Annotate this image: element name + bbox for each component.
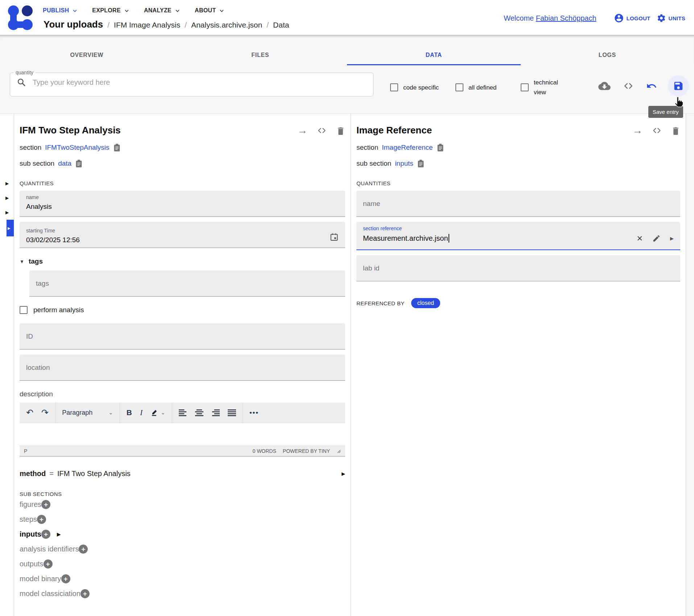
subsection-row-model-classiciation[interactable]: model classiciation + xyxy=(20,586,345,601)
subsection-row-steps[interactable]: steps + xyxy=(20,512,345,527)
nomad-logo[interactable] xyxy=(7,4,34,32)
align-center-icon[interactable] xyxy=(195,409,203,416)
name-field[interactable]: name Analysis xyxy=(20,191,345,217)
section-reference-value[interactable]: Measurement.archive.json xyxy=(363,234,448,243)
tags-input[interactable] xyxy=(36,280,339,288)
breadcrumb-entry-name[interactable]: Analysis.archive.json xyxy=(191,21,262,29)
app-header: PUBLISH EXPLORE ANALYZE ABOUT Your uploa… xyxy=(0,0,694,35)
menu-publish[interactable]: PUBLISH xyxy=(43,7,78,14)
editor-undo-icon[interactable]: ↶ xyxy=(26,408,33,417)
open-reference-icon[interactable]: ▶ xyxy=(670,236,674,241)
name-field[interactable] xyxy=(356,191,680,217)
lab-id-input[interactable] xyxy=(363,264,674,272)
powered-by-tiny[interactable]: POWERED BY TINY xyxy=(283,448,330,454)
subsection-definition-link[interactable]: inputs xyxy=(395,160,413,168)
delete-icon[interactable] xyxy=(671,126,680,136)
text-color-button[interactable]: ⌄ xyxy=(150,409,165,416)
welcome-prefix: Welcome xyxy=(504,14,534,22)
chevron-down-icon: ⌄ xyxy=(108,409,113,416)
add-subsection-icon[interactable]: + xyxy=(44,559,53,569)
resize-handle-icon[interactable] xyxy=(336,449,341,453)
calendar-icon[interactable] xyxy=(330,232,339,242)
lane-collapse-arrow[interactable]: ▶ xyxy=(5,181,9,186)
add-subsection-icon[interactable]: + xyxy=(37,515,46,524)
clipboard-icon[interactable] xyxy=(437,143,444,152)
subsection-row-figures[interactable]: figures + xyxy=(20,497,345,512)
add-subsection-icon[interactable]: + xyxy=(61,574,70,583)
lane-scroll-gutter xyxy=(686,114,694,616)
id-input[interactable] xyxy=(26,332,339,340)
breadcrumb: Your uploads / IFM Image Analysis / Anal… xyxy=(44,19,289,30)
editor-content-area[interactable] xyxy=(20,423,345,446)
tab-files[interactable]: FILES xyxy=(174,35,347,65)
lane-collapse-arrow[interactable]: ▶ xyxy=(5,210,9,215)
search-input[interactable] xyxy=(32,78,351,87)
add-subsection-icon[interactable]: + xyxy=(41,500,50,509)
breadcrumb-your-uploads[interactable]: Your uploads xyxy=(44,19,103,30)
tab-logs[interactable]: LOGS xyxy=(521,35,694,65)
clipboard-icon[interactable] xyxy=(417,159,425,168)
clipboard-icon[interactable] xyxy=(113,143,121,152)
tags-field[interactable] xyxy=(29,270,345,297)
subsection-row-inputs[interactable]: inputs + ▶ xyxy=(20,527,345,542)
add-subsection-icon[interactable]: + xyxy=(41,530,50,539)
align-justify-icon[interactable] xyxy=(228,409,236,416)
menu-explore[interactable]: EXPLORE xyxy=(92,7,129,14)
lane-collapse-arrow-active[interactable]: ▶ xyxy=(7,220,14,236)
menu-about[interactable]: ABOUT xyxy=(195,7,224,14)
tab-data[interactable]: DATA xyxy=(347,35,521,65)
json-view-button[interactable] xyxy=(623,81,634,91)
editor-redo-icon[interactable]: ↷ xyxy=(41,408,49,417)
breadcrumb-upload-name[interactable]: IFM Image Analysis xyxy=(114,21,180,29)
navigate-entry-icon[interactable]: → xyxy=(297,125,307,136)
menu-analyze[interactable]: ANALYZE xyxy=(144,7,180,14)
align-right-icon[interactable] xyxy=(211,409,220,416)
add-subsection-icon[interactable]: + xyxy=(79,545,88,554)
lane-collapse-arrow[interactable]: ▶ xyxy=(5,196,9,200)
units-label: UNITS xyxy=(669,15,686,21)
section-definition-link[interactable]: IFMTwoStepAnalysis xyxy=(45,144,109,152)
subsection-label: sub section xyxy=(20,160,54,168)
location-input[interactable] xyxy=(26,364,339,372)
tab-overview[interactable]: OVERVIEW xyxy=(0,35,174,65)
add-subsection-icon[interactable]: + xyxy=(80,589,90,598)
perform-analysis-checkbox[interactable]: perform analysis xyxy=(20,306,345,314)
logout-button[interactable]: LOGOUT xyxy=(614,13,650,23)
tags-group-toggle[interactable]: ▼ tags xyxy=(20,257,345,265)
section-definition-link[interactable]: ImageReference xyxy=(382,144,433,152)
id-field[interactable] xyxy=(20,323,345,350)
clear-reference-icon[interactable]: ✕ xyxy=(636,235,643,242)
name-input[interactable] xyxy=(363,200,674,208)
delete-icon[interactable] xyxy=(336,126,345,136)
user-name-link[interactable]: Fabian Schöppach xyxy=(536,14,596,22)
referenced-by-label: REFERENCED BY xyxy=(356,300,405,306)
code-icon[interactable] xyxy=(652,126,662,135)
subsection-definition-link[interactable]: data xyxy=(58,160,71,168)
align-left-icon[interactable] xyxy=(179,409,187,416)
revert-changes-button[interactable] xyxy=(646,80,657,91)
navigate-entry-icon[interactable]: → xyxy=(632,125,643,136)
expand-right-icon[interactable]: ▶ xyxy=(342,471,345,476)
paragraph-style-select[interactable]: Paragraph ⌄ xyxy=(55,402,120,423)
checkbox-technical-view[interactable]: technical view xyxy=(521,78,570,97)
clipboard-icon[interactable] xyxy=(75,159,83,168)
location-field[interactable] xyxy=(20,355,345,381)
starting-time-field[interactable]: starting Time 03/02/2025 12:56 xyxy=(20,222,345,248)
subsection-row-outputs[interactable]: outputs + xyxy=(20,557,345,571)
lab-id-field[interactable] xyxy=(356,255,680,281)
download-button[interactable] xyxy=(598,81,611,91)
bold-button[interactable]: B xyxy=(127,408,132,417)
italic-button[interactable]: I xyxy=(140,408,142,417)
save-entry-button[interactable] xyxy=(668,75,689,96)
subsection-row-model-binary[interactable]: model binary + xyxy=(20,571,345,586)
section-reference-field[interactable]: section reference Measurement.archive.js… xyxy=(356,222,680,250)
referenced-by-chip[interactable]: closed xyxy=(411,298,440,308)
more-tools-icon[interactable]: ••• xyxy=(249,409,259,417)
subsection-name: inputs xyxy=(20,530,41,538)
units-button[interactable]: UNITS xyxy=(657,13,686,23)
edit-pencil-icon[interactable] xyxy=(652,234,661,243)
code-icon[interactable] xyxy=(317,126,327,135)
checkbox-code-specific[interactable]: code specific xyxy=(390,78,439,97)
subsection-row-analysis-identifiers[interactable]: analysis identifiers + xyxy=(20,542,345,557)
checkbox-all-defined[interactable]: all defined xyxy=(455,78,505,97)
